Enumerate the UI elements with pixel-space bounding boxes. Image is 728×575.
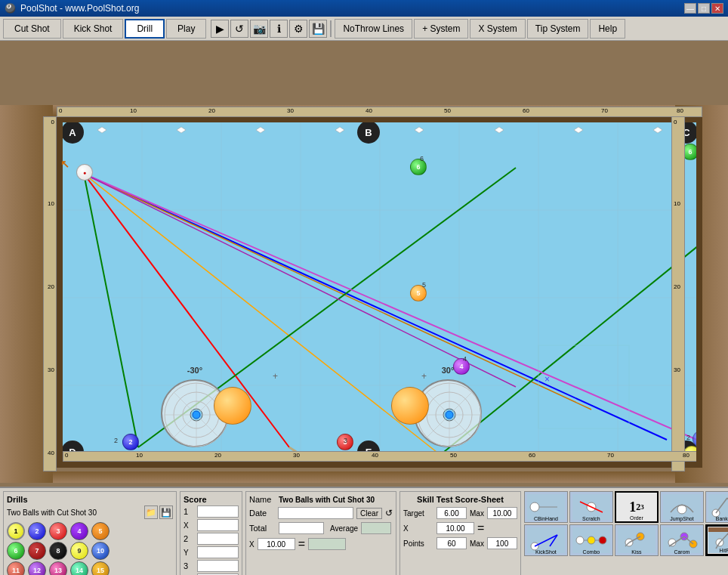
ball-6-top[interactable]: 6	[410, 159, 427, 175]
date-label: Date	[249, 509, 275, 518]
svg-point-69	[576, 536, 584, 544]
target-input[interactable]	[436, 507, 467, 519]
drills-folder-icon[interactable]: 📁	[144, 505, 158, 519]
bankshot-thumb[interactable]: BankShot	[705, 491, 728, 523]
ball-11-grid[interactable]: 11	[7, 561, 25, 575]
ball-3-grid[interactable]: 3	[49, 522, 67, 540]
close-button[interactable]: ✕	[711, 3, 723, 14]
max-input[interactable]	[487, 507, 517, 519]
kiss-thumb[interactable]: Kiss	[615, 524, 659, 556]
minimize-button[interactable]: —	[684, 3, 696, 14]
svg-marker-16	[495, 127, 504, 133]
play-icon[interactable]: ▶	[211, 20, 229, 38]
corner-b: B	[357, 121, 380, 144]
cbinhand-label: CBinHand	[525, 516, 567, 521]
date-row: Date Clear ↺	[249, 507, 393, 519]
score-y-input[interactable]	[197, 546, 239, 558]
score-y-label: Y	[184, 546, 239, 558]
ball-15-grid[interactable]: 15	[91, 561, 110, 575]
plus-system-button[interactable]: + System	[414, 19, 468, 39]
score-input-2[interactable]	[197, 533, 239, 545]
ruler-top: 0 10 20 30 40 50 60 70 80	[57, 107, 702, 117]
shots-row-2: KickShot Combo Kiss Carom HitRail	[524, 524, 728, 556]
ball-6-grid[interactable]: 6	[7, 542, 25, 560]
jumpshot-thumb[interactable]: JumpShot	[660, 491, 704, 523]
refresh-icon-small[interactable]: ↺	[385, 508, 393, 518]
score-row-3: 3	[184, 560, 239, 572]
info-icon[interactable]: ℹ	[270, 20, 288, 38]
titlebar: 🎱 PoolShot - www.PoolShot.org — □ ✕	[0, 0, 728, 17]
order-thumb[interactable]: 123 Order	[615, 491, 659, 523]
ruler-left-30: 30	[48, 366, 54, 373]
drills-save-icon[interactable]: 💾	[159, 505, 173, 519]
score-num-3: 3	[184, 561, 194, 570]
name-section: Name Two Balls with Cut Shot 30 Date Cle…	[245, 491, 396, 575]
svg-marker-17	[574, 127, 583, 133]
ball-1[interactable]: 1	[7, 522, 25, 540]
ball-13-grid[interactable]: 13	[49, 561, 67, 575]
ball-8-grid[interactable]: 8	[49, 542, 67, 560]
points-label: Points	[403, 539, 433, 548]
result-input[interactable]	[308, 538, 346, 550]
ball-9-grid[interactable]: 9	[70, 542, 88, 560]
camera-icon[interactable]: 📷	[250, 20, 268, 38]
ruler-60: 60	[523, 107, 529, 114]
x-value-input[interactable]	[258, 538, 295, 550]
score-input-1[interactable]	[197, 505, 239, 518]
total-input[interactable]	[279, 522, 324, 534]
refresh-icon[interactable]: ↺	[230, 20, 248, 38]
points-input[interactable]	[436, 537, 467, 549]
save-icon[interactable]: 💾	[309, 20, 327, 38]
skill-target-row: Target Max	[403, 507, 517, 519]
tip-system-button[interactable]: Tip System	[527, 19, 589, 39]
svg-line-21	[84, 174, 440, 455]
average-label: Average	[330, 524, 358, 533]
ball-2-left[interactable]: 2	[122, 434, 139, 450]
kick-shot-button[interactable]: Kick Shot	[63, 19, 124, 39]
maximize-button[interactable]: □	[698, 3, 710, 14]
total-row: Total Average	[249, 522, 393, 534]
nothrow-lines-button[interactable]: NoThrow Lines	[335, 19, 412, 39]
ruler-left-10: 10	[48, 200, 54, 207]
ball-2-grid[interactable]: 2	[28, 522, 46, 540]
kickshot-thumb[interactable]: KickShot	[524, 524, 568, 556]
x-system-button[interactable]: X System	[470, 19, 525, 39]
drills-section: Drills Two Balls with Cut Shot 30 📁 💾 1 …	[3, 491, 177, 575]
corner-a: A	[61, 121, 84, 144]
cue-ball[interactable]: ●	[76, 164, 93, 181]
cut-shot-button[interactable]: Cut Shot	[3, 19, 61, 39]
ball-4[interactable]: 4	[453, 358, 470, 375]
average-input[interactable]	[361, 522, 391, 534]
ball-10-grid[interactable]: 10	[91, 542, 110, 560]
ruler-right-10: 10	[674, 200, 680, 207]
date-input[interactable]	[278, 507, 353, 519]
kiss-label: Kiss	[615, 549, 658, 555]
clear-button[interactable]: Clear	[356, 508, 382, 519]
pool-table[interactable]: + + × A B C D E F ● 2 2 3 3 4 4 5	[57, 116, 702, 468]
scratch-thumb[interactable]: Scratch	[569, 491, 613, 523]
score-input-3[interactable]	[197, 560, 239, 572]
drill-button[interactable]: Drill	[125, 19, 165, 39]
ball-12-grid[interactable]: 12	[28, 561, 46, 575]
combo-thumb[interactable]: Combo	[569, 524, 613, 556]
kickshot-label: KickShot	[525, 549, 567, 555]
cbinhand-thumb[interactable]: CBinHand	[524, 491, 568, 523]
skill-x-input[interactable]	[436, 522, 474, 534]
svg-marker-13	[256, 127, 265, 133]
settings-icon[interactable]: ⚙	[289, 20, 307, 38]
help-button[interactable]: Help	[590, 19, 625, 39]
score-num-2: 2	[184, 534, 194, 543]
points-max-input[interactable]	[487, 537, 517, 549]
ball-4-grid[interactable]: 4	[70, 522, 88, 540]
carom-thumb[interactable]: Carom	[660, 524, 704, 556]
ruler-bottom: 0 10 20 30 40 50 60 70 80	[63, 451, 702, 462]
ruler-0: 0	[59, 107, 62, 114]
ball-5-grid[interactable]: 5	[91, 522, 110, 540]
ball-7-grid[interactable]: 7	[28, 542, 46, 560]
drills-name-text: Two Balls with Cut Shot 30	[7, 509, 143, 517]
hitrail-thumb[interactable]: HitRail	[705, 524, 728, 556]
ball-14-grid[interactable]: 14	[70, 561, 88, 575]
play-button[interactable]: Play	[166, 19, 206, 39]
score-x-input[interactable]	[197, 519, 239, 531]
menubar: Cut Shot Kick Shot Drill Play ▶ ↺ 📷 ℹ ⚙ …	[0, 17, 728, 41]
